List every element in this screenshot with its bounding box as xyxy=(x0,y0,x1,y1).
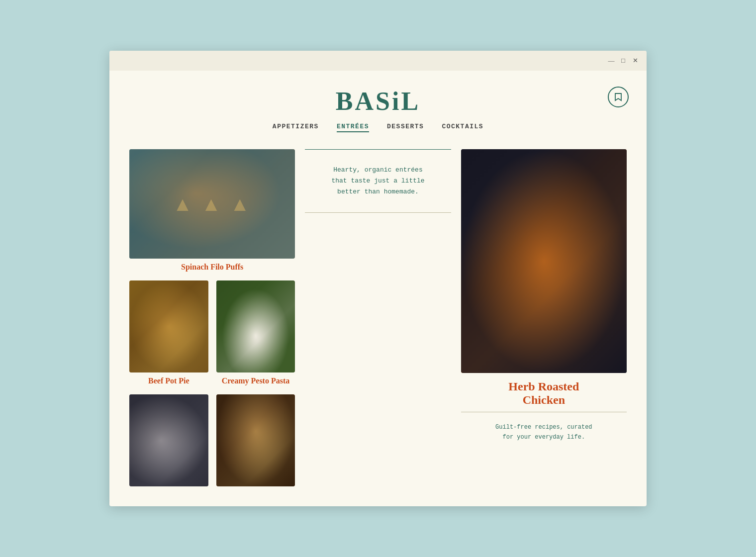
maximize-button[interactable]: □ xyxy=(620,57,627,64)
col3-divider xyxy=(461,412,627,412)
spinach-filo-title: Spinach Filo Puffs xyxy=(129,263,295,272)
title-bar: — □ ✕ xyxy=(109,51,647,71)
bookmark-button[interactable] xyxy=(608,87,629,107)
column-2: Hearty, organic entréesthat taste just a… xyxy=(295,149,461,486)
bottom-left-image[interactable] xyxy=(129,394,208,486)
window-content: BASiL APPETIZERS ENTRÉES DESSERTS COCKTA… xyxy=(109,71,647,506)
section-description: Hearty, organic entréesthat taste just a… xyxy=(326,150,429,212)
spinach-filo-image[interactable] xyxy=(129,149,295,259)
main-nav: APPETIZERS ENTRÉES DESSERTS COCKTAILS xyxy=(273,123,483,132)
bookmark-icon xyxy=(614,93,622,101)
column-3: Herb Roasted Chicken Guilt-free recipes,… xyxy=(461,149,627,486)
minimize-button[interactable]: — xyxy=(608,57,615,64)
bottom-divider xyxy=(305,212,451,213)
row-pair: Beef Pot Pie Creamy Pesto Pasta xyxy=(129,280,295,385)
pesto-pasta-image[interactable] xyxy=(216,280,295,372)
herb-roasted-chicken-title: Herb Roasted Chicken xyxy=(461,380,627,407)
content-grid: Spinach Filo Puffs Beef Pot Pie Creamy P… xyxy=(109,139,647,496)
herb-roasted-title-line1: Herb Roasted xyxy=(508,380,579,393)
subtitle-text: Guilt-free recipes, curatedfor your ever… xyxy=(461,422,627,443)
list-item xyxy=(129,394,208,486)
col3-description: Guilt-free recipes, curatedfor your ever… xyxy=(461,417,627,443)
nav-entrees[interactable]: ENTRÉES xyxy=(337,123,369,132)
app-window: — □ ✕ BASiL APPETIZERS ENTRÉES DESSERTS … xyxy=(109,51,647,506)
list-item: Creamy Pesto Pasta xyxy=(216,280,295,385)
app-logo: BASiL xyxy=(336,87,420,116)
list-item xyxy=(216,394,295,486)
column-1: Spinach Filo Puffs Beef Pot Pie Creamy P… xyxy=(129,149,295,486)
bottom-row xyxy=(129,394,295,486)
header: BASiL APPETIZERS ENTRÉES DESSERTS COCKTA… xyxy=(109,71,647,139)
list-item: Beef Pot Pie xyxy=(129,280,208,385)
nav-cocktails[interactable]: COCKTAILS xyxy=(442,123,483,132)
nav-appetizers[interactable]: APPETIZERS xyxy=(273,123,319,132)
herb-roasted-title-line2: Chicken xyxy=(523,393,565,406)
beef-pot-pie-title: Beef Pot Pie xyxy=(129,376,208,385)
herb-roasted-chicken-image[interactable] xyxy=(461,149,627,373)
nav-desserts[interactable]: DESSERTS xyxy=(387,123,424,132)
list-item: Spinach Filo Puffs xyxy=(129,149,295,272)
col2-inner: Hearty, organic entréesthat taste just a… xyxy=(305,149,451,213)
beef-pot-pie-image[interactable] xyxy=(129,280,208,372)
close-button[interactable]: ✕ xyxy=(632,57,639,64)
bottom-right-image[interactable] xyxy=(216,394,295,486)
pesto-pasta-title: Creamy Pesto Pasta xyxy=(216,376,295,385)
